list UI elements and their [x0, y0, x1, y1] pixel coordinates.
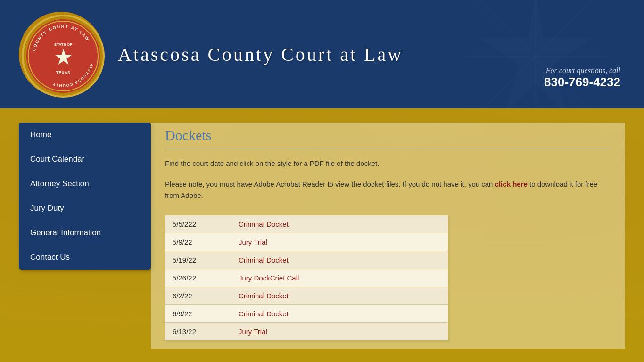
- table-row: 5/19/22Criminal Docket: [165, 251, 448, 269]
- page-title: Dockets: [165, 127, 611, 143]
- docket-label[interactable]: Jury Trial: [231, 233, 448, 251]
- sidebar-nav: Home Court Calendar Attorney Section Jur…: [19, 123, 151, 349]
- table-row: 6/2/22Criminal Docket: [165, 287, 448, 305]
- sidebar-item-jury-duty[interactable]: Jury Duty: [19, 196, 151, 221]
- table-row: 5/9/22Jury Trial: [165, 233, 448, 251]
- table-row: 6/13/22Jury Trial: [165, 323, 448, 341]
- sidebar-item-general-information[interactable]: General Information: [19, 221, 151, 245]
- dockets-table: 5/5/222Criminal Docket5/9/22Jury Trial5/…: [165, 215, 448, 340]
- docket-label[interactable]: Criminal Docket: [231, 215, 448, 233]
- court-seal: COUNTY COURT AT LAW ATASCOSA COUNTY STAT…: [19, 12, 104, 97]
- docket-date: 5/26/22: [165, 269, 231, 287]
- header-star-decoration: [465, 0, 606, 108]
- svg-text:TEXAS: TEXAS: [56, 70, 70, 75]
- docket-date: 6/9/22: [165, 305, 231, 323]
- table-row: 5/26/22Jury DockCriet Call: [165, 269, 448, 287]
- table-row: 6/9/22Criminal Docket: [165, 305, 448, 323]
- contact-label: For court questions, call: [544, 66, 620, 75]
- sidebar-item-home[interactable]: Home: [19, 123, 151, 147]
- sidebar-item-court-calendar[interactable]: Court Calendar: [19, 147, 151, 172]
- docket-label[interactable]: Criminal Docket: [231, 251, 448, 269]
- docket-date: 5/5/222: [165, 215, 231, 233]
- click-here-link[interactable]: click here: [495, 180, 528, 188]
- docket-label[interactable]: Jury Trial: [231, 323, 448, 341]
- docket-date: 6/13/22: [165, 323, 231, 341]
- phone-number: 830-769-4232: [544, 75, 620, 90]
- main-content: Dockets Find the court date and click on…: [151, 123, 625, 349]
- title-divider: [165, 148, 611, 148]
- sidebar-item-contact-us[interactable]: Contact Us: [19, 245, 151, 270]
- main-area: Home Court Calendar Attorney Section Jur…: [0, 108, 644, 362]
- docket-label[interactable]: Criminal Docket: [231, 287, 448, 305]
- instructions-acrobat: Please note, you must have Adobe Acrobat…: [165, 179, 611, 201]
- acrobat-text-before: Please note, you must have Adobe Acrobat…: [165, 180, 495, 188]
- docket-label[interactable]: Jury DockCriet Call: [231, 269, 448, 287]
- instructions-1: Find the court date and click on the sty…: [165, 158, 611, 169]
- site-header: COUNTY COURT AT LAW ATASCOSA COUNTY STAT…: [0, 0, 644, 108]
- docket-date: 6/2/22: [165, 287, 231, 305]
- header-contact: For court questions, call 830-769-4232: [544, 66, 620, 90]
- docket-date: 5/19/22: [165, 251, 231, 269]
- docket-date: 5/9/22: [165, 233, 231, 251]
- docket-label[interactable]: Criminal Docket: [231, 305, 448, 323]
- svg-text:★: ★: [54, 45, 73, 69]
- nav-container: Home Court Calendar Attorney Section Jur…: [19, 123, 151, 270]
- sidebar-item-attorney-section[interactable]: Attorney Section: [19, 172, 151, 196]
- table-row: 5/5/222Criminal Docket: [165, 215, 448, 233]
